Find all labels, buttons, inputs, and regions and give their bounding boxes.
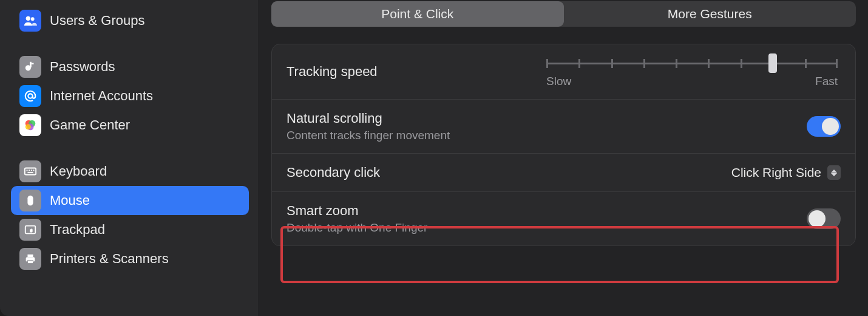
sidebar-item-label: Game Center xyxy=(50,117,130,133)
printer-icon xyxy=(19,248,41,270)
key-icon xyxy=(19,56,41,78)
sidebar-item-trackpad[interactable]: Trackpad xyxy=(11,215,249,244)
tab-bar: Point & Click More Gestures xyxy=(271,1,856,27)
users-icon xyxy=(19,10,41,32)
sidebar-item-users-groups[interactable]: Users & Groups xyxy=(11,6,249,35)
svg-rect-14 xyxy=(33,170,35,171)
tracking-speed-slider[interactable] xyxy=(546,55,838,71)
slider-high-label: Fast xyxy=(815,75,838,88)
setting-title: Secondary click xyxy=(287,165,380,180)
sidebar-item-mouse[interactable]: Mouse xyxy=(11,186,249,215)
secondary-click-popup[interactable]: Click Right Side xyxy=(731,165,841,180)
sidebar-item-game-center[interactable]: Game Center xyxy=(11,111,249,140)
svg-point-5 xyxy=(28,94,32,98)
svg-rect-3 xyxy=(30,62,32,67)
slider-thumb[interactable] xyxy=(768,53,777,73)
sidebar-item-label: Internet Accounts xyxy=(50,88,153,104)
svg-rect-19 xyxy=(27,255,33,258)
tab-label: More Gestures xyxy=(668,7,752,21)
tab-more-gestures[interactable]: More Gestures xyxy=(564,1,856,27)
chevron-updown-icon xyxy=(827,165,841,180)
row-tracking-speed: Tracking speed Slow xyxy=(272,44,855,100)
sidebar-item-internet-accounts[interactable]: Internet Accounts xyxy=(11,81,249,111)
svg-point-0 xyxy=(26,16,30,21)
sidebar-item-label: Printers & Scanners xyxy=(50,251,169,267)
svg-rect-4 xyxy=(32,63,34,64)
svg-rect-16 xyxy=(27,196,33,206)
row-natural-scrolling: Natural scrolling Content tracks finger … xyxy=(272,100,855,154)
svg-rect-11 xyxy=(27,170,28,171)
gamecenter-icon xyxy=(19,114,41,136)
sidebar-item-printers-scanners[interactable]: Printers & Scanners xyxy=(11,244,249,273)
row-secondary-click: Secondary click Click Right Side xyxy=(272,154,855,192)
svg-rect-13 xyxy=(31,170,32,171)
main-panel: Point & Click More Gestures Tracking spe… xyxy=(258,0,868,316)
setting-title: Smart zoom xyxy=(287,203,427,219)
setting-title: Natural scrolling xyxy=(287,111,450,126)
sidebar-item-label: Keyboard xyxy=(50,163,107,179)
sidebar-item-label: Mouse xyxy=(50,193,90,208)
svg-point-9 xyxy=(25,124,31,129)
sidebar-item-label: Passwords xyxy=(50,59,115,75)
setting-subtitle: Double-tap with One Finger xyxy=(287,221,427,235)
popup-value: Click Right Side xyxy=(731,165,821,180)
tab-label: Point & Click xyxy=(381,7,453,21)
row-smart-zoom: Smart zoom Double-tap with One Finger xyxy=(272,192,855,246)
sidebar-item-keyboard[interactable]: Keyboard xyxy=(11,157,249,186)
setting-subtitle: Content tracks finger movement xyxy=(287,129,450,142)
sidebar-item-passwords[interactable]: Passwords xyxy=(11,52,249,81)
svg-point-1 xyxy=(31,17,35,21)
setting-title: Tracking speed xyxy=(287,64,378,80)
svg-rect-20 xyxy=(27,261,33,264)
svg-rect-12 xyxy=(29,170,30,171)
svg-rect-15 xyxy=(27,172,33,173)
mouse-icon xyxy=(19,190,41,211)
natural-scrolling-toggle[interactable] xyxy=(807,116,841,137)
tab-point-click[interactable]: Point & Click xyxy=(271,1,564,27)
sidebar: Users & Groups Passwords Internet Accoun… xyxy=(0,0,258,316)
slider-low-label: Slow xyxy=(546,75,571,88)
at-icon xyxy=(19,85,41,107)
keyboard-icon xyxy=(19,160,41,182)
trackpad-icon xyxy=(19,219,41,241)
smart-zoom-toggle[interactable] xyxy=(807,208,841,229)
sidebar-item-label: Trackpad xyxy=(50,222,105,238)
settings-panel: Tracking speed Slow xyxy=(271,44,856,246)
sidebar-item-label: Users & Groups xyxy=(50,13,145,29)
svg-rect-10 xyxy=(25,168,36,175)
